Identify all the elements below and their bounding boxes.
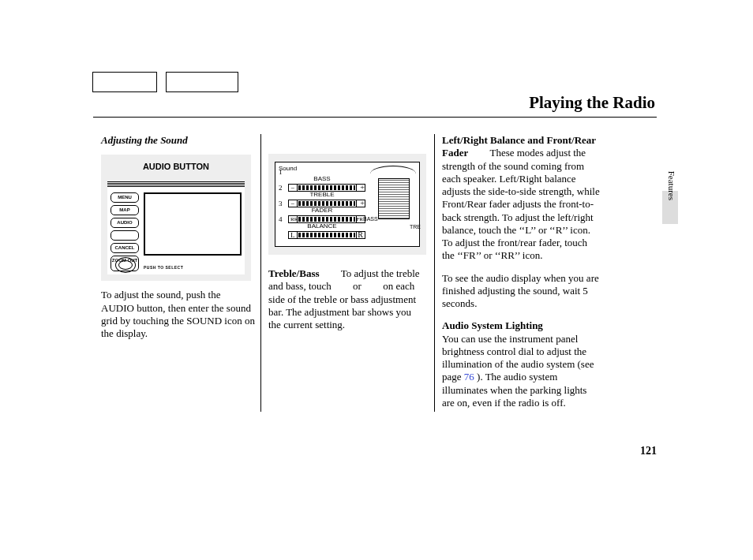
- text: These modes adjust the strength of the s…: [442, 147, 600, 261]
- column-divider-2: [434, 134, 435, 412]
- r-icon: R: [358, 232, 363, 238]
- audio-console-figure: AUDIO BUTTON MENU MAP AUDIO CANCEL ZOOM …: [101, 155, 251, 281]
- column-2: Sound 1 BASS −+ 2 TREBLE −+ 3 FADER: [268, 154, 426, 341]
- minus-icon: −: [290, 200, 294, 207]
- balance-fader-paragraph: Left/Right Balance and Front/Rear Fader …: [442, 134, 600, 263]
- audio-lighting-paragraph: Audio System Lighting You can use the in…: [442, 319, 600, 409]
- console-drawing: MENU MAP AUDIO CANCEL ZOOM OUT PUSH TO S…: [107, 181, 245, 274]
- sound-grid-figure: Sound 1 BASS −+ 2 TREBLE −+ 3 FADER: [268, 154, 426, 255]
- row-label: TREBLE: [279, 191, 365, 199]
- minus-icon: −: [290, 185, 294, 191]
- row-number: 3: [279, 200, 283, 208]
- car-diagram: BASS TRE: [370, 177, 416, 232]
- page-link-76[interactable]: 76: [464, 371, 474, 383]
- section-tab-label: Features: [667, 171, 676, 200]
- adjusting-sound-heading: Adjusting the Sound: [101, 134, 255, 147]
- console-button: MENU: [111, 192, 139, 203]
- fr-icon: FR: [356, 216, 363, 222]
- l-icon: L: [290, 232, 295, 238]
- row-label: BALANCE: [279, 222, 365, 230]
- row-number: 2: [279, 184, 283, 192]
- console-button: CANCEL: [111, 243, 139, 253]
- row-number: 4: [279, 215, 283, 224]
- audio-lighting-heading: Audio System Lighting: [442, 319, 600, 332]
- nav-box-next[interactable]: [166, 72, 238, 92]
- text: or: [353, 280, 362, 292]
- row-label: FADER: [279, 207, 365, 215]
- row-number: 1: [279, 168, 283, 177]
- row-label: BASS: [279, 175, 365, 183]
- console-button: AUDIO: [111, 218, 139, 228]
- col1-paragraph: To adjust the sound, push the AUDIO butt…: [101, 289, 255, 340]
- console-knob-label: PUSH TO SELECT: [144, 265, 183, 270]
- diagram-tre-label: TRE: [410, 224, 421, 231]
- wait-paragraph: To see the audio display when you are fi…: [442, 272, 600, 311]
- plus-icon: +: [360, 200, 365, 207]
- column-3: Left/Right Balance and Front/Rear Fader …: [442, 134, 600, 419]
- console-button: MAP: [111, 205, 139, 215]
- rr-icon: RR: [290, 216, 298, 222]
- console-screen: [144, 192, 242, 256]
- treble-bass-heading: Treble/Bass: [268, 267, 320, 279]
- plus-icon: +: [360, 185, 365, 191]
- column-divider-1: [260, 134, 261, 412]
- nav-box-prev[interactable]: [92, 72, 157, 92]
- audio-button-label: AUDIO BUTTON: [101, 155, 251, 173]
- title-rule: [93, 117, 657, 118]
- diagram-bass-label: BASS: [363, 216, 378, 223]
- manual-page: Playing the Radio Features Adjusting the…: [0, 0, 753, 560]
- column-1: Adjusting the Sound AUDIO BUTTON MENU MA…: [101, 134, 255, 349]
- console-button: [111, 230, 139, 241]
- page-number: 121: [640, 445, 657, 457]
- page-title: Playing the Radio: [529, 93, 655, 113]
- col2-paragraph: Treble/Bass To adjust the treble and bas…: [268, 267, 426, 331]
